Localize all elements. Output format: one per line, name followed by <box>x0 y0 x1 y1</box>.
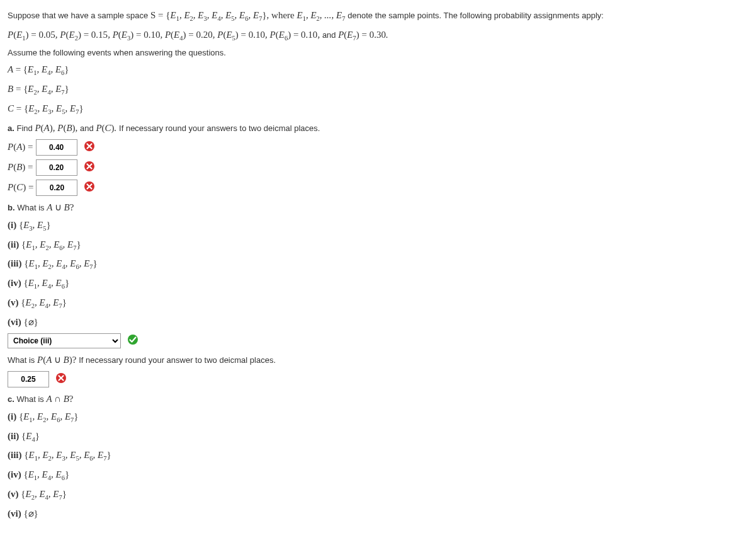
c-opt-iii: (iii) {E1, E2, E3, E5, E6, E7} <box>8 447 748 464</box>
part-a-label: a. <box>8 123 14 133</box>
part-c-label: c. <box>8 394 14 404</box>
event-A-def: A = {E1, E4, E6} <box>8 62 748 79</box>
pc-input[interactable] <box>36 180 77 196</box>
a-prompt-and: and <box>80 123 96 133</box>
pb-input[interactable] <box>36 159 77 176</box>
b-opt-iv: (iv) {E1, E4, E6} <box>8 275 748 292</box>
event-B-def: B = {E2, E4, E7} <box>8 81 748 98</box>
b-choice-select[interactable]: Choice (iii) <box>8 333 121 348</box>
c-prompt-pre: What is <box>16 394 46 404</box>
intro-text-post: denote the sample points. The following … <box>347 11 604 20</box>
pa-input[interactable] <box>36 139 77 156</box>
c-opt-vi: (vi) {⌀} <box>8 506 748 521</box>
b-p-prompt: What is P(A ∪ B)? If necessary round you… <box>8 352 748 367</box>
b-select-row: Choice (iii) <box>8 333 748 348</box>
c-opt-i: (i) {E1, E2, E6, E7} <box>8 409 748 426</box>
pc-label: P(C) = <box>8 182 33 193</box>
intro-text-pre: Suppose that we have a sample space <box>8 11 150 20</box>
b-p-prompt-pre: What is <box>8 355 37 365</box>
part-a-prompt: a. Find P(A), P(B), and P(C). If necessa… <box>8 120 748 135</box>
pa-label: P(A) = <box>8 142 33 152</box>
b-p-prompt-post: If necessary round your answer to two de… <box>79 355 276 365</box>
event-C-def: C = {E2, E3, E5, E7} <box>8 101 748 118</box>
part-b-prompt: b. What is A ∪ B? <box>8 200 748 215</box>
question-content: Suppose that we have a sample space S = … <box>8 8 748 521</box>
prob-assignments: P(E1) = 0.05, P(E2) = 0.15, P(E3) = 0.10… <box>8 27 748 44</box>
a-prompt-pre: Find <box>16 123 35 133</box>
assume-text: Assume the following events when answeri… <box>8 47 748 60</box>
b-opt-ii: (ii) {E1, E2, E6, E7} <box>8 237 748 254</box>
sample-space-def: S = {E1, E2, E3, E4, E5, E6, E7}, where … <box>150 10 347 20</box>
pc-row: P(C) = <box>8 180 748 196</box>
wrong-icon <box>55 372 67 386</box>
pb-row: P(B) = <box>8 159 748 176</box>
a-prompt-post: If necessary round your answers to two d… <box>119 123 320 133</box>
part-b-label: b. <box>8 203 15 212</box>
pa-row: P(A) = <box>8 139 748 156</box>
and-text: and <box>322 30 338 40</box>
wrong-icon <box>84 181 95 194</box>
correct-icon <box>127 334 138 347</box>
b-opt-i: (i) {E3, E5} <box>8 217 748 234</box>
paub-input[interactable] <box>8 371 49 387</box>
wrong-icon <box>84 161 95 174</box>
b-opt-vi: (vi) {⌀} <box>8 314 748 330</box>
b-prompt-pre: What is <box>17 203 47 212</box>
svg-point-3 <box>128 335 138 345</box>
c-opt-v: (v) {E2, E4, E7} <box>8 486 748 503</box>
part-c-prompt: c. What is A ∩ B? <box>8 391 748 406</box>
b-opt-v: (v) {E2, E4, E7} <box>8 295 748 312</box>
c-opt-ii: (ii) {E4} <box>8 428 748 445</box>
b-opt-iii: (iii) {E1, E2, E4, E6, E7} <box>8 256 748 273</box>
c-opt-iv: (iv) {E1, E4, E6} <box>8 467 748 484</box>
pb-label: P(B) = <box>8 162 33 173</box>
wrong-icon <box>84 140 95 154</box>
intro-line-1: Suppose that we have a sample space S = … <box>8 8 748 25</box>
b-p-row <box>8 371 748 387</box>
